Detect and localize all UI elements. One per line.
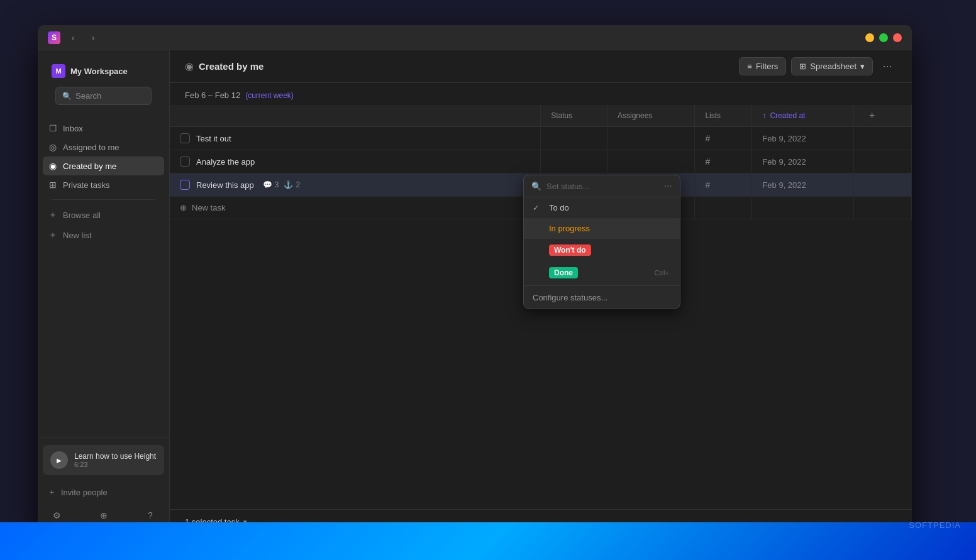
list-hash-3: # <box>705 180 710 190</box>
table-row: Test it out # Feb 9, 2022 <box>170 127 912 150</box>
configure-statuses-item[interactable]: Configure statuses... <box>524 287 680 308</box>
desktop-background <box>0 522 976 560</box>
lists-cell-2: # <box>695 150 752 173</box>
new-task-date <box>752 197 854 219</box>
status-dropdown: 🔍 ··· ✓ To do In progress Won't do Done … <box>523 175 680 309</box>
new-list-label: New list <box>63 231 92 240</box>
close-button[interactable] <box>893 33 902 42</box>
check-icon: ✓ <box>533 204 543 212</box>
status-option-in-progress[interactable]: In progress <box>524 218 680 239</box>
invite-people-item[interactable]: ＋ Invite people <box>43 483 164 502</box>
list-hash-1: # <box>705 133 710 143</box>
status-option-todo[interactable]: ✓ To do <box>524 197 680 218</box>
browse-icon: ＋ <box>48 209 58 221</box>
spreadsheet-button[interactable]: ⊞ Spreadsheet ▾ <box>791 57 873 75</box>
spreadsheet-label: Spreadsheet <box>810 62 857 71</box>
sidebar-nav: ☐ Inbox ◎ Assigned to me ◉ Created by me… <box>38 116 169 437</box>
search-icon: 🔍 <box>531 182 541 191</box>
spreadsheet-icon: ⊞ <box>799 62 806 71</box>
private-icon: ⊞ <box>48 180 58 190</box>
task-checkbox-2[interactable] <box>180 156 190 167</box>
task-cell: Review this app 💬 3 ⚓ 2 <box>170 173 541 197</box>
task-checkbox-3[interactable] <box>180 180 190 190</box>
maximize-button[interactable] <box>879 33 888 42</box>
task-name-2: Analyze the app <box>196 157 255 167</box>
sidebar-footer: ▶ Learn how to use Height 6:23 ＋ Invite … <box>38 437 169 534</box>
status-cell-1[interactable] <box>541 127 607 150</box>
app-logo: S <box>48 31 60 44</box>
status-cell-2[interactable] <box>541 150 607 173</box>
assigned-icon: ◎ <box>48 142 58 152</box>
status-search-input[interactable] <box>546 182 659 191</box>
status-option-wont-do[interactable]: Won't do <box>524 239 680 261</box>
forward-button[interactable]: › <box>86 30 101 45</box>
dropdown-divider <box>524 285 680 286</box>
th-assignees: Assignees <box>607 105 694 127</box>
task-cell: Test it out <box>170 127 541 150</box>
th-status: Status <box>541 105 607 127</box>
new-task-button[interactable]: ⊕ New task <box>180 203 530 212</box>
content-header: ◉ Created by me ≡ Filters ⊞ Spreadsheet … <box>170 50 912 83</box>
window-controls <box>865 33 902 42</box>
main-layout: M My Workspace 🔍 Search ☐ Inbox ◎ Assign… <box>38 50 912 534</box>
minimize-button[interactable] <box>865 33 874 42</box>
new-task-lists <box>695 197 752 219</box>
sidebar-item-created-by-me[interactable]: ◉ Created by me <box>43 156 164 175</box>
add-column-button[interactable]: + <box>864 110 880 121</box>
th-task <box>170 105 541 127</box>
comment-badge: 💬 3 <box>263 180 279 189</box>
extra-col-2 <box>853 150 911 173</box>
sidebar-item-new-list[interactable]: ＋ New list <box>43 225 164 245</box>
new-task-cell: ⊕ New task <box>170 197 541 219</box>
created-date-1: Feb 9, 2022 <box>752 127 854 150</box>
task-name-1: Test it out <box>196 134 231 143</box>
table-row: Analyze the app # Feb 9, 2022 <box>170 150 912 173</box>
settings-button[interactable]: ⚙ <box>48 507 65 524</box>
back-button[interactable]: ‹ <box>65 30 80 45</box>
th-created-at: ↑ Created at <box>752 105 854 127</box>
filter-icon: ≡ <box>747 62 752 71</box>
title-bar-left: S ‹ › <box>48 30 101 45</box>
sidebar-item-private-tasks[interactable]: ⊞ Private tasks <box>43 175 164 194</box>
extra-col-3 <box>853 173 911 197</box>
created-at-label: Created at <box>770 111 805 120</box>
search-box[interactable]: 🔍 Search <box>55 87 152 105</box>
task-meta-3: 💬 3 ⚓ 2 <box>263 180 300 189</box>
add-task-icon: ⊕ <box>180 203 187 212</box>
new-task-extra <box>853 197 911 219</box>
help-button[interactable]: ? <box>141 507 159 524</box>
status-option-done[interactable]: Done Ctrl+. <box>524 261 680 284</box>
more-options-button[interactable]: ··· <box>878 57 897 76</box>
comment-count: 3 <box>275 180 279 189</box>
date-header: Feb 6 – Feb 12 (current week) <box>170 83 912 105</box>
comment-icon: 💬 <box>263 180 272 189</box>
sidebar-divider <box>52 199 155 200</box>
filters-label: Filters <box>756 62 778 71</box>
header-actions: ≡ Filters ⊞ Spreadsheet ▾ ··· <box>739 57 897 76</box>
sidebar-header: M My Workspace 🔍 Search <box>38 50 169 116</box>
task-checkbox-1[interactable] <box>180 133 190 143</box>
link-count: 2 <box>296 180 300 189</box>
sidebar-item-assigned-to-me[interactable]: ◎ Assigned to me <box>43 138 164 156</box>
workspace-item[interactable]: M My Workspace <box>47 60 160 82</box>
shortcut-hint: Ctrl+. <box>654 269 671 277</box>
learn-duration: 6:23 <box>74 461 156 468</box>
search-label: Search <box>75 91 101 101</box>
sidebar: M My Workspace 🔍 Search ☐ Inbox ◎ Assign… <box>38 50 170 534</box>
filters-button[interactable]: ≡ Filters <box>739 57 786 75</box>
lists-cell-1: # <box>695 127 752 150</box>
sidebar-item-inbox[interactable]: ☐ Inbox <box>43 119 164 138</box>
assignees-cell-1[interactable] <box>607 127 694 150</box>
dropdown-more-icon[interactable]: ··· <box>664 180 672 192</box>
sidebar-item-label: Created by me <box>63 162 116 171</box>
table-header-row: Status Assignees Lists ↑ Created at + <box>170 105 912 127</box>
learn-card[interactable]: ▶ Learn how to use Height 6:23 <box>43 445 164 475</box>
sidebar-item-label: Inbox <box>63 124 83 133</box>
play-button: ▶ <box>50 451 68 469</box>
workspace-name: My Workspace <box>70 67 128 76</box>
assignees-cell-2[interactable] <box>607 150 694 173</box>
todo-label: To do <box>549 203 569 212</box>
sort-icon: ↑ <box>762 111 766 120</box>
add-button[interactable]: ⊕ <box>95 507 113 524</box>
sidebar-item-browse-all[interactable]: ＋ Browse all <box>43 205 164 225</box>
